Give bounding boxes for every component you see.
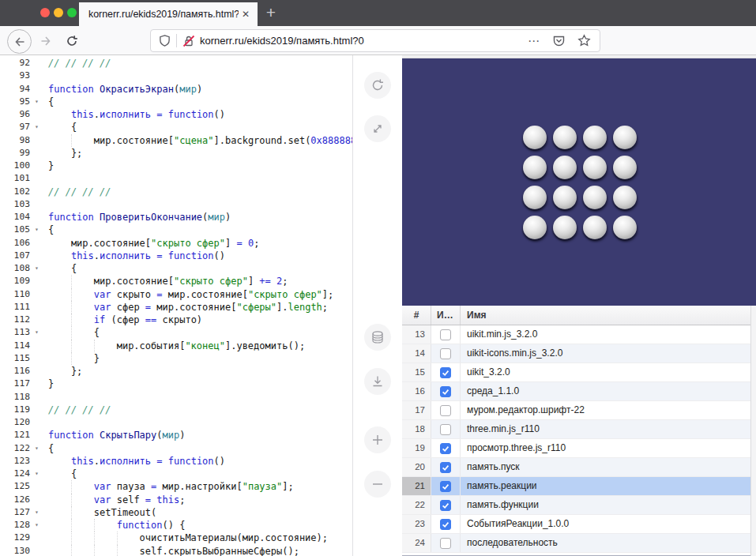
code-line[interactable]: 120 [0, 416, 352, 429]
checkbox-checked[interactable] [440, 462, 451, 473]
reload-scene-button[interactable] [364, 72, 391, 99]
table-row[interactable]: 23СобытияРеакции_1.0.0 [402, 515, 750, 534]
checkbox-unchecked[interactable] [440, 538, 451, 549]
close-window-button[interactable] [40, 8, 50, 17]
code-line[interactable]: 94function ОкраситьЭкран(мир) [0, 83, 352, 96]
fold-arrow-icon[interactable]: ▾ [32, 468, 42, 480]
resources-button[interactable] [364, 324, 391, 351]
code-line[interactable]: 130 self.скрытьВыбранныеСферы(); [0, 545, 352, 556]
fold-arrow-icon[interactable]: ▾ [32, 326, 42, 339]
page-actions-icon[interactable]: ⋯ [528, 37, 540, 45]
sphere[interactable] [523, 156, 547, 179]
sphere[interactable] [613, 186, 637, 209]
sphere[interactable] [583, 126, 607, 149]
sphere[interactable] [553, 156, 577, 179]
insecure-lock-icon[interactable] [182, 35, 195, 47]
minimize-window-button[interactable] [54, 8, 63, 17]
browser-tab[interactable]: kornerr.ru/ekids2019/память.html?0 ✕ [79, 2, 258, 26]
page-reload-button[interactable] [60, 29, 83, 52]
code-line[interactable]: 119// // // // [0, 404, 352, 416]
tracking-protection-shield-icon[interactable] [159, 34, 171, 47]
code-line[interactable]: 118 [0, 391, 352, 404]
code-line[interactable]: 100} [0, 160, 352, 172]
checkbox-checked[interactable] [440, 519, 451, 530]
table-row[interactable]: 21память.реакции [402, 477, 750, 496]
table-row[interactable]: 17муром.редактор.шрифт-22 [402, 401, 750, 420]
table-row[interactable]: 20память.пуск [402, 458, 750, 477]
fullscreen-button[interactable] [364, 115, 391, 142]
sphere[interactable] [613, 216, 637, 239]
bookmark-star-icon[interactable] [577, 34, 591, 47]
sphere[interactable] [523, 186, 547, 209]
fold-arrow-icon[interactable]: ▾ [32, 262, 42, 275]
webgl-scene[interactable] [402, 58, 756, 306]
code-line[interactable]: 92// // // // [0, 57, 352, 70]
fold-arrow-icon[interactable]: ▾ [32, 96, 42, 108]
fold-arrow-icon[interactable]: ▾ [32, 442, 42, 455]
table-row[interactable]: 19просмотр.three.js_r110 [402, 439, 750, 458]
code-line[interactable]: 110 var скрыто = мир.состояние["скрыто с… [0, 288, 352, 301]
maximize-window-button[interactable] [67, 8, 77, 17]
table-row[interactable]: 13uikit.min.js_3.2.0 [402, 325, 750, 344]
sphere[interactable] [523, 126, 547, 149]
checkbox-unchecked[interactable] [440, 405, 451, 416]
table-row[interactable]: 18three.min.js_r110 [402, 420, 750, 439]
code-line[interactable]: 101 [0, 172, 352, 185]
table-scrollbar[interactable] [750, 306, 756, 556]
code-line[interactable]: 121function СкрытьПару(мир) [0, 429, 352, 441]
code-line[interactable]: 116 }; [0, 365, 352, 378]
sphere[interactable] [583, 216, 607, 239]
column-header-name[interactable]: Имя [461, 306, 756, 325]
sphere[interactable] [553, 186, 577, 209]
code-line[interactable]: 104function ПроверитьОкончание(мир) [0, 211, 352, 224]
code-line[interactable]: 112 if (сфер == скрыто) [0, 314, 352, 326]
code-line[interactable]: 108▾ { [0, 262, 352, 275]
code-line[interactable]: 106 мир.состояние["скрыто сфер"] = 0; [0, 237, 352, 250]
checkbox-unchecked[interactable] [440, 424, 451, 435]
sphere[interactable] [613, 156, 637, 179]
code-line[interactable]: 105▾{ [0, 224, 352, 236]
code-line[interactable]: 96 this.исполнить = function() [0, 108, 352, 121]
code-line[interactable]: 99 }; [0, 147, 352, 160]
sphere[interactable] [553, 216, 577, 239]
code-line[interactable]: 115 } [0, 352, 352, 365]
code-line[interactable]: 129 очиститьМатериалы(мир.состояние); [0, 532, 352, 544]
code-line[interactable]: 128▾ function() { [0, 519, 352, 532]
pocket-save-icon[interactable] [552, 35, 566, 47]
fold-arrow-icon[interactable]: ▾ [32, 519, 42, 532]
new-tab-button[interactable]: + [261, 2, 281, 24]
checkbox-checked[interactable] [440, 367, 451, 378]
url-bar[interactable]: kornerr.ru/ekids2019/память.html?0 ⋯ [150, 29, 600, 52]
code-line[interactable]: 107 this.исполнить = function() [0, 250, 352, 262]
fold-arrow-icon[interactable]: ▾ [32, 121, 42, 133]
checkbox-checked[interactable] [440, 386, 451, 397]
sphere[interactable] [583, 186, 607, 209]
sphere[interactable] [583, 156, 607, 179]
code-line[interactable]: 93 [0, 70, 352, 82]
code-line[interactable]: 117} [0, 378, 352, 390]
table-row[interactable]: 14uikit-icons.min.js_3.2.0 [402, 344, 750, 363]
forward-button[interactable] [34, 29, 57, 52]
code-line[interactable]: 103 [0, 198, 352, 211]
zoom-in-button[interactable] [364, 426, 391, 453]
code-line[interactable]: 113▾ { [0, 326, 352, 339]
back-button[interactable] [7, 29, 32, 54]
code-editor[interactable]: 92// // // //9394function ОкраситьЭкран(… [0, 55, 353, 556]
url-text[interactable]: kornerr.ru/ekids2019/память.html?0 [200, 35, 528, 47]
code-line[interactable]: 123 this.исполнить = function() [0, 455, 352, 468]
code-line[interactable]: 97▾ { [0, 121, 352, 133]
code-line[interactable]: 127▾ setTimeout( [0, 506, 352, 519]
checkbox-unchecked[interactable] [440, 329, 451, 340]
checkbox-unchecked[interactable] [440, 348, 451, 359]
table-row[interactable]: 24последовательность [402, 534, 750, 553]
code-line[interactable]: 98 мир.состояние["сцена"].background.set… [0, 134, 352, 147]
code-line[interactable]: 124▾ { [0, 468, 352, 480]
code-line[interactable]: 95▾{ [0, 96, 352, 108]
download-button[interactable] [364, 368, 391, 395]
code-line[interactable]: 109 мир.состояние["скрыто сфер"] += 2; [0, 275, 352, 287]
code-line[interactable]: 122▾{ [0, 442, 352, 455]
sphere[interactable] [523, 216, 547, 239]
column-header-used[interactable]: И… [431, 306, 461, 325]
fold-arrow-icon[interactable]: ▾ [32, 224, 42, 236]
checkbox-checked[interactable] [440, 500, 451, 511]
